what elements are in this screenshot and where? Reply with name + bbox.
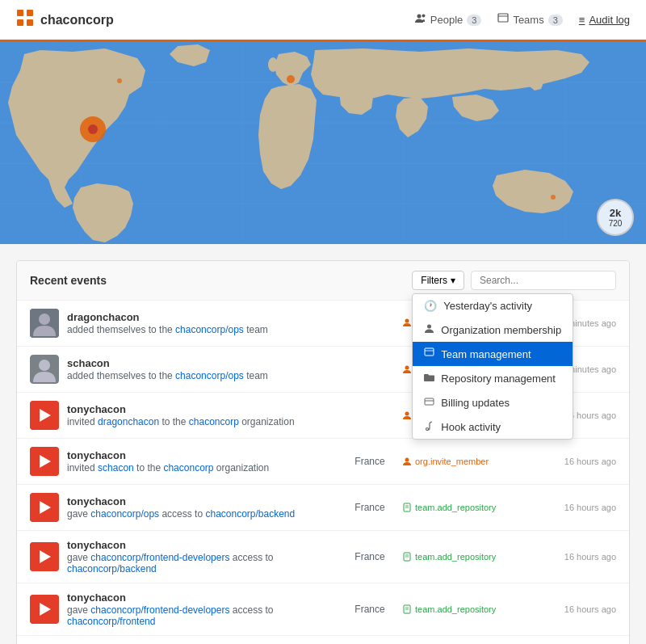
svg-point-33 (39, 314, 50, 325)
svg-point-4 (417, 15, 421, 19)
svg-rect-29 (425, 398, 434, 405)
event-info: tonychacon gave chaconcorp/frontend-deve… (67, 539, 338, 575)
svg-point-22 (88, 124, 98, 134)
filter-label: Filters (421, 275, 447, 286)
event-info: dragonchacon added themselves to the cha… (67, 311, 338, 335)
dropdown-item-team-management[interactable]: Team management (413, 342, 573, 366)
event-description: added themselves to the chaconcorp/ops t… (67, 370, 338, 381)
avatar (30, 493, 59, 522)
member-icon (402, 364, 412, 374)
event-action: team.add_repository (402, 503, 531, 512)
clock-icon: 🕐 (424, 300, 437, 312)
event-description: added themselves to the chaconcorp/ops t… (67, 324, 338, 335)
event-username: schacon (67, 357, 338, 369)
svg-point-23 (117, 78, 122, 83)
event-row: tonychacon gave chaconcorp/frontend-deve… (17, 531, 629, 583)
search-input[interactable] (471, 271, 616, 290)
avatar (30, 595, 59, 624)
event-time: 16 hours ago (539, 552, 616, 562)
member-icon (402, 410, 412, 420)
svg-point-40 (405, 412, 409, 416)
people-icon (415, 13, 426, 27)
filter-chevron-icon: ▾ (451, 275, 455, 286)
event-link[interactable]: chaconcorp/frontend-developers (90, 552, 229, 563)
event-row: tonychacon gave chaconcorp/ops access to… (17, 485, 629, 531)
svg-point-36 (39, 360, 50, 371)
event-username: tonychacon (67, 403, 338, 415)
action-label: team.add_repository (415, 604, 496, 614)
event-username: tonychacon (67, 495, 338, 507)
event-action: org.invite_member (402, 457, 531, 466)
filters-button[interactable]: Filters ▾ (412, 271, 464, 290)
event-link[interactable]: schacon (98, 462, 134, 474)
event-location: France (346, 502, 394, 513)
events-title: Recent events (30, 274, 107, 287)
event-link[interactable]: chaconcorp/ops (90, 508, 159, 520)
dropdown-item-billing[interactable]: Billing updates (413, 390, 573, 415)
dropdown-item-org-membership[interactable]: Organization membership (413, 318, 573, 342)
repo-icon (402, 552, 412, 562)
svg-rect-27 (425, 348, 434, 356)
teams-label: Teams (513, 14, 543, 26)
audit-log-icon: ≡ (579, 14, 585, 26)
event-location: France (346, 456, 394, 467)
svg-rect-1 (27, 10, 33, 16)
event-description: gave chaconcorp/frontend-developers acce… (67, 552, 338, 575)
svg-point-31 (426, 428, 429, 431)
event-info: schacon added themselves to the chaconco… (67, 357, 338, 381)
svg-point-34 (405, 319, 409, 323)
repo-icon (402, 604, 412, 614)
member-badge-icon (402, 318, 412, 329)
filter-dropdown: 🕐 Yesterday's activity Organization memb… (412, 293, 573, 440)
repo-icon (402, 503, 412, 512)
filter-search-area: Filters ▾ 🕐 Yesterday's activity (412, 271, 616, 290)
dropdown-item-hook[interactable]: Hook activity (413, 415, 573, 439)
top-nav: People 3 Teams 3 ≡ Audit log (415, 13, 630, 27)
avatar (30, 542, 59, 571)
svg-point-24 (287, 75, 295, 83)
svg-rect-3 (27, 19, 33, 26)
action-label: org.invite_member (415, 457, 489, 466)
nav-audit-log[interactable]: ≡ Audit log (579, 14, 630, 26)
hook-icon (424, 420, 434, 433)
event-link[interactable]: chaconcorp/backend (67, 563, 157, 575)
svg-point-25 (551, 195, 556, 200)
event-row: tonychacon gave chaconcorp/frontend-deve… (17, 583, 629, 636)
event-username: tonychacon (67, 591, 338, 604)
avatar (30, 355, 59, 384)
event-username: dragonchacon (67, 311, 338, 323)
dropdown-item-label: Hook activity (441, 421, 501, 433)
dropdown-item-repo-management[interactable]: Repository management (413, 366, 573, 390)
event-row: tonychacon invited schacon to the chacon… (17, 439, 629, 485)
event-info: tonychacon gave chaconcorp/frontend-deve… (67, 591, 338, 627)
event-location: France (346, 551, 394, 562)
event-info: tonychacon gave chaconcorp/ops access to… (67, 495, 338, 520)
event-info: tonychacon invited dragonchacon to the c… (67, 403, 338, 427)
event-link[interactable]: chaconcorp/backend (205, 508, 295, 520)
event-time: 16 hours ago (539, 503, 616, 512)
event-link[interactable]: chaconcorp/frontend-developers (90, 604, 229, 616)
map-stat-big: 2k (610, 207, 621, 219)
avatar (30, 309, 59, 338)
nav-teams[interactable]: Teams 3 (497, 13, 562, 27)
event-link[interactable]: chaconcorp/frontend (67, 616, 155, 627)
event-description: invited schacon to the chaconcorp organi… (67, 462, 338, 474)
event-link[interactable]: dragonchacon (98, 416, 159, 427)
main-content: Recent events Filters ▾ 🕐 Yesterday's ac… (0, 244, 646, 644)
world-map: 2k 720 (0, 42, 646, 244)
event-location: France (346, 604, 394, 615)
event-link[interactable]: chaconcorp/ops (175, 324, 244, 335)
event-link[interactable]: chaconcorp (189, 416, 239, 427)
dropdown-item-yesterday[interactable]: 🕐 Yesterday's activity (413, 294, 573, 318)
event-description: gave chaconcorp/ops access to chaconcorp… (67, 508, 338, 520)
event-link[interactable]: chaconcorp (163, 462, 213, 474)
event-time: 16 hours ago (539, 604, 616, 614)
svg-point-5 (422, 15, 425, 18)
person-icon (424, 323, 434, 336)
dropdown-item-label: Repository management (441, 373, 556, 385)
header: chaconcorp People 3 Teams (0, 0, 646, 42)
nav-people[interactable]: People 3 (415, 13, 482, 27)
events-header: Recent events Filters ▾ 🕐 Yesterday's ac… (17, 261, 629, 301)
dropdown-item-label: Billing updates (441, 397, 510, 409)
event-link[interactable]: chaconcorp/ops (175, 370, 244, 381)
